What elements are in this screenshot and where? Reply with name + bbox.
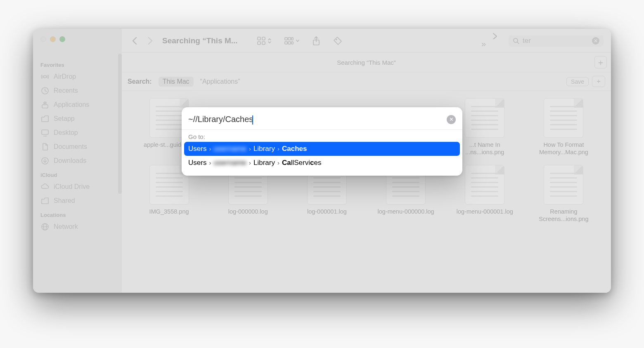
path-segment: Library	[253, 145, 275, 153]
chevron-right-icon: ›	[209, 159, 211, 166]
go-to-path-text: ~//Library/Caches	[188, 115, 253, 124]
path-segment-last: Caches	[282, 145, 307, 153]
chevron-right-icon: ›	[277, 145, 279, 152]
path-segment-last: CallServices	[282, 159, 321, 167]
path-segment: Users	[188, 145, 206, 153]
goto-suggestion[interactable]: Users›username›Library›CallServices	[182, 156, 462, 170]
clear-path-icon[interactable]: ✕	[447, 115, 456, 124]
path-segment: Library	[253, 159, 275, 167]
go-to-label: Go to:	[182, 130, 462, 142]
chevron-right-icon: ›	[249, 159, 251, 166]
path-segment: Users	[188, 159, 206, 167]
go-to-path-input[interactable]: ~//Library/Caches	[188, 113, 443, 126]
text-caret	[252, 115, 253, 125]
chevron-right-icon: ›	[277, 159, 279, 166]
chevron-right-icon: ›	[249, 145, 251, 152]
goto-suggestion[interactable]: Users›username›Library›Caches	[184, 142, 460, 156]
go-to-folder-dialog: ~//Library/Caches ✕ Go to: Users›usernam…	[182, 107, 462, 176]
path-segment: username	[213, 145, 246, 153]
chevron-right-icon: ›	[209, 145, 211, 152]
path-segment: username	[213, 159, 246, 167]
